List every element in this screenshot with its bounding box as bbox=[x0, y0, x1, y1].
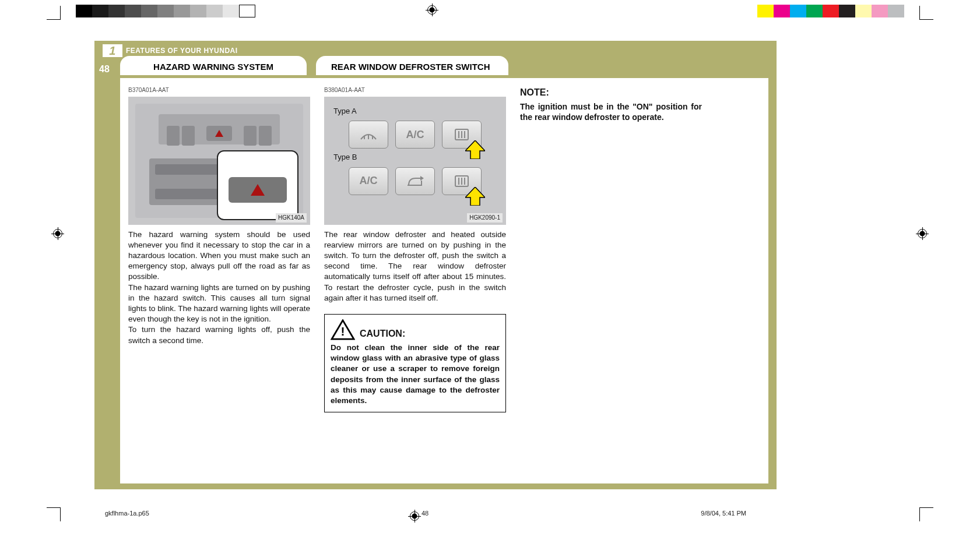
warning-triangle-icon: ! bbox=[331, 319, 355, 340]
figure-defroster-switches: Type A A/C Type B A/C bbox=[324, 97, 506, 225]
registration-mark-icon bbox=[916, 227, 929, 240]
svg-marker-2 bbox=[420, 176, 424, 181]
content-area: B370A01A-AAT HGK140A The hazard warning … bbox=[120, 78, 768, 483]
page-number: 48 bbox=[99, 64, 110, 75]
section-tab-hazard: HAZARD WARNING SYSTEM bbox=[120, 56, 307, 75]
front-defrost-button-icon bbox=[349, 121, 388, 149]
footer-filename: gkflhma-1a.p65 bbox=[105, 510, 149, 517]
ref-code-defroster: B380A01A-AAT bbox=[324, 86, 506, 94]
caution-box: ! CAUTION: Do not clean the inner side o… bbox=[324, 314, 506, 412]
svg-marker-1 bbox=[465, 140, 485, 159]
chapter-header: 1 FEATURES OF YOUR HYUNDAI bbox=[103, 44, 238, 57]
ac-button: A/C bbox=[349, 167, 388, 195]
pointer-arrow-icon bbox=[465, 140, 485, 159]
figure-hazard-dashboard: HGK140A bbox=[128, 97, 310, 225]
footer-page: 48 bbox=[421, 510, 428, 517]
note-body: The ignition must be in the "ON" positio… bbox=[520, 101, 702, 123]
svg-text:!: ! bbox=[341, 324, 345, 338]
column-note: NOTE: The ignition must be in the "ON" p… bbox=[520, 86, 702, 475]
caution-body: Do not clean the inner side of the rear … bbox=[331, 343, 500, 406]
crop-mark-br bbox=[919, 507, 933, 521]
footer-date: 9/8/04, 5:41 PM bbox=[701, 510, 746, 517]
crop-mark-tr bbox=[919, 6, 933, 20]
chapter-number-box: 1 bbox=[103, 44, 122, 57]
figure-label-defroster: HGK2090-1 bbox=[467, 213, 503, 223]
registration-mark-icon bbox=[51, 227, 64, 240]
ref-code-hazard: B370A01A-AAT bbox=[128, 86, 310, 94]
color-calibration-bar bbox=[757, 5, 904, 17]
crop-mark-tl bbox=[47, 6, 61, 20]
defroster-paragraph: The rear window defroster and heated out… bbox=[324, 230, 506, 304]
print-footer: gkflhma-1a.p65 48 9/8/04, 5:41 PM bbox=[105, 510, 746, 517]
hazard-paragraph-1: The hazard warning system should be used… bbox=[128, 230, 310, 283]
type-a-label: Type A bbox=[333, 106, 499, 117]
callout-hazard-switch bbox=[217, 150, 298, 220]
note-title: NOTE: bbox=[520, 86, 702, 99]
section-tab-defroster: REAR WINDOW DEFROSTER SWITCH bbox=[316, 56, 508, 75]
column-hazard: B370A01A-AAT HGK140A The hazard warning … bbox=[128, 86, 310, 475]
grayscale-calibration-bar bbox=[76, 5, 255, 17]
hazard-button-icon bbox=[206, 126, 232, 141]
registration-mark-icon bbox=[426, 3, 438, 16]
caution-title: CAUTION: bbox=[360, 327, 405, 340]
hazard-paragraph-2: The hazard warning lights are turned on … bbox=[128, 283, 310, 325]
column-defroster: B380A01A-AAT Type A A/C Type B bbox=[324, 86, 506, 475]
figure-label-hazard: HGK140A bbox=[276, 213, 307, 223]
crop-mark-bl bbox=[47, 507, 61, 521]
ac-button: A/C bbox=[395, 121, 435, 149]
chapter-title: FEATURES OF YOUR HYUNDAI bbox=[126, 47, 238, 55]
recirculate-button-icon bbox=[395, 167, 435, 195]
manual-page: 1 FEATURES OF YOUR HYUNDAI 48 HAZARD WAR… bbox=[94, 41, 777, 489]
pointer-arrow-icon bbox=[465, 187, 485, 206]
svg-marker-4 bbox=[465, 187, 485, 206]
hazard-paragraph-3: To turn the hazard warning lights off, p… bbox=[128, 324, 310, 345]
hazard-triangle-icon bbox=[251, 184, 265, 196]
